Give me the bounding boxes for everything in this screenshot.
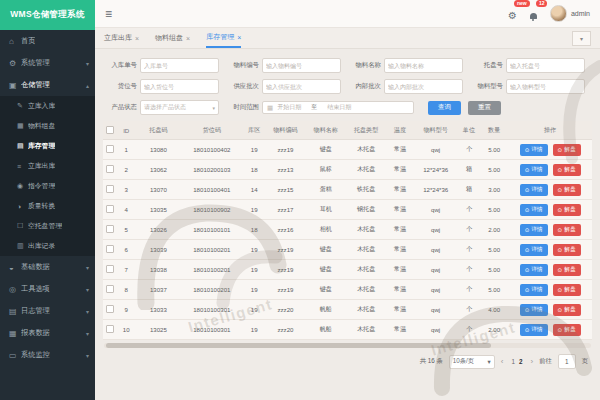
unbind-button[interactable]: ⊙解盘 bbox=[553, 144, 581, 156]
row-actions: ⊙详情⊙解盘 bbox=[508, 220, 592, 240]
detail-button[interactable]: ⊙详情 bbox=[520, 144, 548, 156]
detail-button-label: 详情 bbox=[531, 186, 542, 194]
row-checkbox[interactable] bbox=[106, 285, 114, 293]
row-actions: ⊙详情⊙解盘 bbox=[508, 200, 592, 220]
sidebar-item-system-monitor[interactable]: ▭系统监控▾ bbox=[0, 344, 95, 366]
sidebar-item-outbound[interactable]: ≡立库出库 bbox=[0, 156, 95, 176]
product-status-select[interactable]: 请选择产品状态 ▾ bbox=[140, 100, 219, 115]
topbar: ≡ ⚙ new 12 admin bbox=[95, 0, 600, 28]
detail-button[interactable]: ⊙详情 bbox=[520, 304, 548, 316]
row-checkbox[interactable] bbox=[106, 145, 114, 153]
next-page-button[interactable]: › bbox=[530, 358, 533, 366]
cell-4-5: 相机 bbox=[306, 220, 346, 240]
sidebar: WMS仓储管理系统 ⌂首页⚙系统管理▾▣仓储管理▴✎立库入库▦物料组盘▤库存管理… bbox=[0, 0, 95, 400]
supply-batch-input[interactable] bbox=[262, 79, 341, 94]
detail-button-label: 详情 bbox=[531, 206, 542, 214]
cell-8-1: 13033 bbox=[136, 300, 180, 320]
detail-button[interactable]: ⊙详情 bbox=[520, 164, 548, 176]
page-size-select[interactable]: 10条/页 ▾ bbox=[449, 355, 495, 369]
row-checkbox[interactable] bbox=[106, 245, 114, 253]
unbind-icon: ⊙ bbox=[558, 287, 563, 293]
row-checkbox[interactable] bbox=[106, 205, 114, 213]
user-menu[interactable]: admin bbox=[550, 5, 590, 22]
unbind-button[interactable]: ⊙解盘 bbox=[553, 244, 581, 256]
sidebar-item-pallet-group[interactable]: ▦物料组盘 bbox=[0, 116, 95, 136]
sidebar-item-command-management[interactable]: ◉指令管理 bbox=[0, 176, 95, 196]
close-icon[interactable]: × bbox=[186, 35, 190, 42]
date-range-picker[interactable]: ▦ 开始日期 至 结束日期 bbox=[262, 101, 414, 114]
close-icon[interactable]: × bbox=[237, 34, 241, 41]
tab-list-dropdown[interactable]: ▾ bbox=[572, 31, 591, 46]
cell-2-2: 18010100401 bbox=[181, 180, 244, 200]
unbind-button[interactable]: ⊙解盘 bbox=[553, 224, 581, 236]
prev-page-button[interactable]: ‹ bbox=[501, 358, 504, 366]
table-header-0: ID bbox=[116, 121, 136, 140]
inbound-no-input[interactable] bbox=[140, 58, 219, 73]
select-all-checkbox[interactable] bbox=[106, 126, 114, 134]
unbind-button[interactable]: ⊙解盘 bbox=[553, 164, 581, 176]
notifications-button[interactable]: 12 bbox=[530, 5, 537, 23]
system-management-icon: ⚙ bbox=[9, 59, 21, 68]
sidebar-item-tool-options[interactable]: ◎工具选项▾ bbox=[0, 278, 95, 300]
sidebar-item-base-data[interactable]: ◒基础数据▾ bbox=[0, 256, 95, 278]
detail-button[interactable]: ⊙详情 bbox=[520, 224, 548, 236]
unbind-button[interactable]: ⊙解盘 bbox=[553, 184, 581, 196]
sidebar-item-system-management[interactable]: ⚙系统管理▾ bbox=[0, 52, 95, 74]
row-checkbox-cell bbox=[103, 220, 116, 240]
filter-internal-batch: 内部批次 bbox=[347, 79, 469, 94]
page-number-1[interactable]: 1 bbox=[509, 358, 517, 365]
search-button[interactable]: 查询 bbox=[428, 101, 461, 115]
internal-batch-input[interactable] bbox=[384, 79, 463, 94]
material-no-input[interactable] bbox=[262, 58, 341, 73]
unbind-button[interactable]: ⊙解盘 bbox=[553, 204, 581, 216]
settings-button[interactable]: ⚙ new bbox=[508, 5, 517, 23]
row-checkbox[interactable] bbox=[106, 225, 114, 233]
sidebar-item-report-data[interactable]: ▦报表数据▾ bbox=[0, 322, 95, 344]
detail-button-label: 详情 bbox=[531, 166, 542, 174]
cell-8-7: 常温 bbox=[386, 300, 413, 320]
detail-button[interactable]: ⊙详情 bbox=[520, 264, 548, 276]
detail-button-label: 详情 bbox=[531, 306, 542, 314]
tab-inventory[interactable]: 库存管理× bbox=[206, 28, 241, 48]
filter-inbound-no: 入库单号 bbox=[103, 58, 225, 73]
sidebar-item-outbound-record[interactable]: ▥出库记录 bbox=[0, 236, 95, 256]
sidebar-item-inventory[interactable]: ▤库存管理 bbox=[0, 136, 95, 156]
sidebar-item-log-management[interactable]: ▤日志管理▾ bbox=[0, 300, 95, 322]
sidebar-item-quality-convert[interactable]: ◑质量转换 bbox=[0, 196, 95, 216]
tab-pallet-group[interactable]: 物料组盘× bbox=[155, 28, 190, 48]
page-number-2[interactable]: 2 bbox=[517, 358, 525, 365]
row-checkbox[interactable] bbox=[106, 325, 114, 333]
row-checkbox[interactable] bbox=[106, 265, 114, 273]
detail-button[interactable]: ⊙详情 bbox=[520, 324, 548, 336]
row-checkbox[interactable] bbox=[106, 185, 114, 193]
sidebar-item-warehouse-management[interactable]: ▣仓储管理▴ bbox=[0, 74, 95, 96]
table-row: 5130261801010010118zzz16相机木托盘常温qwj个2.00⊙… bbox=[103, 220, 592, 240]
row-checkbox[interactable] bbox=[106, 305, 114, 313]
goto-page-input[interactable]: 1 bbox=[558, 354, 576, 369]
tab-label: 库存管理 bbox=[206, 32, 234, 42]
detail-button[interactable]: ⊙详情 bbox=[520, 244, 548, 256]
unbind-button[interactable]: ⊙解盘 bbox=[553, 304, 581, 316]
unbind-button[interactable]: ⊙解盘 bbox=[553, 284, 581, 296]
reset-button[interactable]: 重置 bbox=[468, 101, 501, 115]
chevron-down-icon: ▾ bbox=[86, 352, 89, 359]
row-checkbox[interactable] bbox=[106, 165, 114, 173]
close-icon[interactable]: × bbox=[135, 35, 139, 42]
cell-7-6: 木托盘 bbox=[346, 280, 386, 300]
unbind-button[interactable]: ⊙解盘 bbox=[553, 324, 581, 336]
sidebar-item-empty-pallet[interactable]: ☐空托盘管理 bbox=[0, 216, 95, 236]
sidebar-item-home[interactable]: ⌂首页 bbox=[0, 30, 95, 52]
material-model-input[interactable] bbox=[506, 79, 585, 94]
detail-button[interactable]: ⊙详情 bbox=[520, 204, 548, 216]
pallet-no-input[interactable] bbox=[506, 58, 585, 73]
scrollbar-thumb[interactable] bbox=[106, 343, 491, 348]
unbind-button[interactable]: ⊙解盘 bbox=[553, 264, 581, 276]
sidebar-item-inbound[interactable]: ✎立库入库 bbox=[0, 96, 95, 116]
detail-button[interactable]: ⊙详情 bbox=[520, 184, 548, 196]
location-no-input[interactable] bbox=[140, 79, 219, 94]
material-name-input[interactable] bbox=[384, 58, 463, 73]
tab-outbound[interactable]: 立库出库× bbox=[104, 28, 139, 48]
filter-row-2: 货位号供应批次内部批次物料型号 bbox=[103, 79, 592, 94]
hamburger-icon[interactable]: ≡ bbox=[105, 7, 112, 21]
detail-button[interactable]: ⊙详情 bbox=[520, 284, 548, 296]
